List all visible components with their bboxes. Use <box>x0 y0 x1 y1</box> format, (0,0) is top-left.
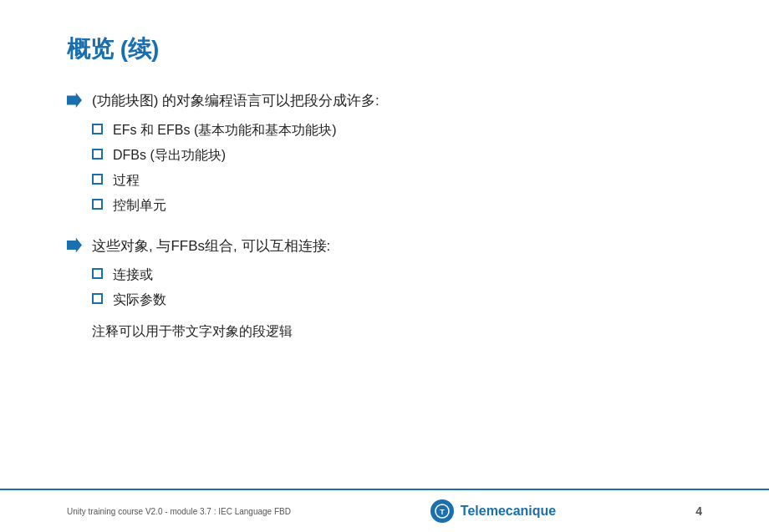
sub-bullet-icon-2b <box>92 293 103 304</box>
main-bullet-1: (功能块图) 的对象编程语言可以把段分成许多: <box>67 90 702 112</box>
main-bullet-text-2: 这些对象, 与FFBs组合, 可以互相连接: <box>92 236 330 257</box>
bullet-section-1: (功能块图) 的对象编程语言可以把段分成许多: EFs 和 EFBs (基本功能… <box>67 90 702 215</box>
svg-text:T: T <box>440 508 445 516</box>
sub-bullet-icon-1a <box>92 124 103 134</box>
main-bullet-2: 这些对象, 与FFBs组合, 可以互相连接: <box>67 236 702 257</box>
sub-bullet-1b: DFBs (导出功能块) <box>92 145 702 165</box>
sub-bullet-text-1d: 控制单元 <box>113 195 166 215</box>
main-bullet-icon-1 <box>67 93 82 108</box>
footer-left-text: Unity training course V2.0 - module 3.7 … <box>67 507 291 516</box>
sub-bullet-1a: EFs 和 EFBs (基本功能和基本功能块) <box>92 120 702 140</box>
sub-bullet-icon-1d <box>92 199 103 210</box>
sub-bullets-1: EFs 和 EFBs (基本功能和基本功能块) DFBs (导出功能块) 过程 … <box>92 120 702 215</box>
slide-title: 概览 (续) <box>67 33 702 65</box>
main-bullet-icon-2 <box>67 238 82 253</box>
sub-bullet-2b: 实际参数 <box>92 290 702 310</box>
sub-bullet-1d: 控制单元 <box>92 195 702 215</box>
sub-bullet-icon-1c <box>92 174 103 185</box>
footer-center: T Telemecanique <box>430 499 556 523</box>
slide-content: 概览 (续) (功能块图) 的对象编程语言可以把段分成许多: EFs 和 EFB… <box>0 0 769 489</box>
main-bullet-text-1: (功能块图) 的对象编程语言可以把段分成许多: <box>92 90 379 112</box>
logo-label: Telemecanique <box>461 504 556 519</box>
logo-icon: T <box>430 499 454 523</box>
note-text: 注释可以用于带文字对象的段逻辑 <box>92 322 702 342</box>
sub-bullet-text-1b: DFBs (导出功能块) <box>113 145 226 165</box>
slide-container: 概览 (续) (功能块图) 的对象编程语言可以把段分成许多: EFs 和 EFB… <box>0 0 769 532</box>
sub-bullet-2a: 连接或 <box>92 265 702 285</box>
page-number: 4 <box>695 504 702 518</box>
sub-bullet-text-1c: 过程 <box>113 170 140 190</box>
sub-bullet-text-2a: 连接或 <box>113 265 153 285</box>
bullet-section-2: 这些对象, 与FFBs组合, 可以互相连接: 连接或 实际参数 注释可以用于带文… <box>67 236 702 342</box>
sub-bullet-text-1a: EFs 和 EFBs (基本功能和基本功能块) <box>113 120 337 140</box>
slide-footer: Unity training course V2.0 - module 3.7 … <box>0 489 769 532</box>
sub-bullet-text-2b: 实际参数 <box>113 290 166 310</box>
sub-bullet-1c: 过程 <box>92 170 702 190</box>
sub-bullets-2: 连接或 实际参数 <box>92 265 702 310</box>
sub-bullet-icon-1b <box>92 149 103 160</box>
sub-bullet-icon-2a <box>92 268 103 279</box>
